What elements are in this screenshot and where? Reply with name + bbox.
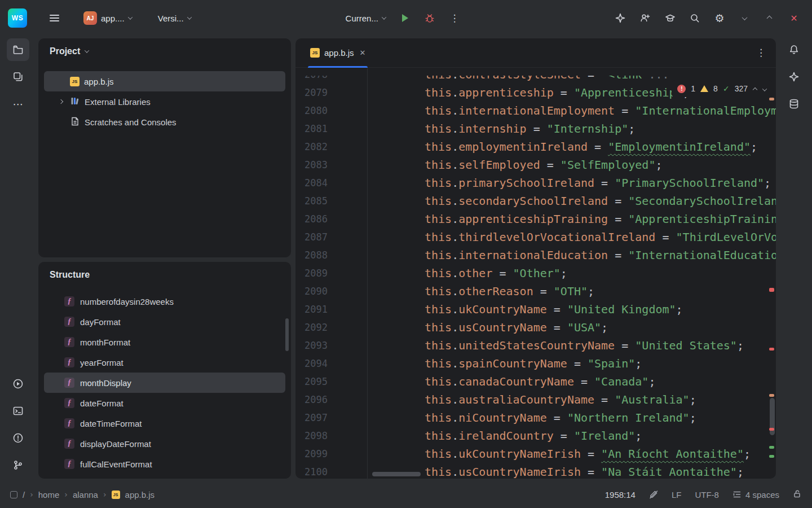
line-number[interactable]: 2079 bbox=[304, 84, 328, 102]
ai-assistant-button[interactable] bbox=[610, 8, 630, 28]
structure-item[interactable]: ƒmonthFormat bbox=[44, 332, 285, 352]
tree-row[interactable]: JSapp.b.js bbox=[44, 71, 285, 91]
breadcrumb-root[interactable]: / bbox=[23, 490, 25, 500]
tree-row[interactable]: Scratches and Consoles bbox=[44, 112, 285, 132]
code-line[interactable]: 2080this.internationalEmployment = "Inte… bbox=[295, 102, 776, 120]
line-number[interactable]: 2096 bbox=[304, 391, 328, 409]
line-number[interactable]: 2099 bbox=[304, 445, 328, 463]
notifications-button[interactable] bbox=[783, 38, 805, 61]
terminal-tool-button[interactable] bbox=[7, 400, 29, 422]
code-line[interactable]: 2089this.other = "Other"; bbox=[295, 264, 776, 282]
run-configuration-widget[interactable]: Curren... bbox=[341, 8, 390, 28]
code-line[interactable]: 2084this.primarySchoolIreland = "Primary… bbox=[295, 174, 776, 192]
line-number[interactable]: 2087 bbox=[304, 228, 328, 246]
line-number[interactable]: 2082 bbox=[304, 138, 328, 156]
learn-button[interactable] bbox=[660, 8, 680, 28]
problems-tool-button[interactable] bbox=[7, 427, 29, 449]
tab-options-button[interactable]: ⋮ bbox=[756, 47, 766, 58]
next-problem-button[interactable] bbox=[762, 84, 767, 93]
breadcrumb-root-icon[interactable] bbox=[10, 491, 17, 498]
version-control-tool-button[interactable] bbox=[7, 454, 29, 476]
structure-item[interactable]: ƒdayFormat bbox=[44, 312, 285, 332]
line-number[interactable]: 2086 bbox=[304, 210, 328, 228]
code-line[interactable]: 2098this.irelandCountry = "Ireland"; bbox=[295, 427, 776, 445]
search-everywhere-button[interactable] bbox=[685, 8, 705, 28]
line-number[interactable]: 2081 bbox=[304, 120, 328, 138]
encoding-widget[interactable]: UTF-8 bbox=[695, 490, 719, 500]
stripe-mark[interactable] bbox=[769, 428, 774, 431]
code-line[interactable]: 2093this.unitedStatesCountryName = "Unit… bbox=[295, 336, 776, 354]
editor-horizontal-scrollbar[interactable] bbox=[372, 472, 421, 476]
code-line[interactable]: 2091this.ukCountryName = "United Kingdom… bbox=[295, 300, 776, 318]
more-tools-button[interactable]: ⋯ bbox=[7, 93, 29, 115]
tree-row[interactable]: External Libraries bbox=[44, 91, 285, 112]
inspections-widget[interactable]: ! 1 8 ✓ 327 bbox=[672, 80, 773, 97]
code-line[interactable]: 2082this.employmentinIreland = "Employme… bbox=[295, 138, 776, 156]
line-number[interactable]: 2098 bbox=[304, 427, 328, 445]
line-number[interactable]: 2093 bbox=[304, 336, 328, 354]
ai-assistant-tool-button[interactable] bbox=[783, 65, 805, 88]
code-line[interactable]: 2083this.selfEmployed = "SelfEmployed"; bbox=[295, 156, 776, 174]
line-number[interactable]: 2080 bbox=[304, 102, 328, 120]
stripe-mark[interactable] bbox=[769, 98, 774, 100]
project-panel-header[interactable]: Project bbox=[38, 38, 291, 64]
editor-tab-app-b-js[interactable]: JS app.b.js ✕ bbox=[304, 38, 371, 68]
code-line[interactable]: 2095this.canadaCountryName = "Canada"; bbox=[295, 373, 776, 391]
caret-position-widget[interactable]: 1958:14 bbox=[605, 490, 636, 500]
run-button[interactable] bbox=[395, 8, 415, 28]
database-tool-button[interactable] bbox=[783, 93, 805, 115]
stripe-mark[interactable] bbox=[769, 455, 774, 458]
code-line[interactable]: 2085this.secondarySchoolIreland = "Secon… bbox=[295, 192, 776, 210]
vcs-widget[interactable]: Versi... bbox=[153, 8, 196, 28]
stripe-mark[interactable] bbox=[769, 394, 774, 397]
line-number[interactable]: 2097 bbox=[304, 409, 328, 427]
tab-close-icon[interactable]: ✕ bbox=[360, 49, 366, 57]
line-number[interactable]: 2088 bbox=[304, 246, 328, 264]
structure-item[interactable]: ƒnumberofdaysin28weeks bbox=[44, 291, 285, 312]
code-line[interactable]: 2096this.australiaCountryName = "Austral… bbox=[295, 391, 776, 409]
debug-button[interactable] bbox=[420, 8, 440, 28]
line-number[interactable]: 2083 bbox=[304, 156, 328, 174]
tree-chevron-slot[interactable] bbox=[56, 100, 65, 103]
code-with-me-button[interactable] bbox=[635, 8, 655, 28]
structure-item[interactable]: ƒyearFormat bbox=[44, 352, 285, 373]
line-number[interactable]: 2085 bbox=[304, 192, 328, 210]
more-actions-button[interactable]: ⋮ bbox=[444, 8, 465, 28]
structure-panel-header[interactable]: Structure bbox=[38, 262, 291, 288]
structure-item[interactable]: ƒdisplayDateFormat bbox=[44, 433, 285, 454]
toolbar-expand-button[interactable] bbox=[759, 8, 779, 28]
structure-scrollbar[interactable] bbox=[285, 318, 289, 351]
line-number[interactable]: 2090 bbox=[304, 282, 328, 300]
settings-button[interactable]: ⚙ bbox=[709, 8, 730, 28]
main-menu-button[interactable] bbox=[44, 8, 64, 28]
line-number[interactable]: 2089 bbox=[304, 264, 328, 282]
stripe-mark[interactable] bbox=[769, 348, 774, 351]
structure-tool-button[interactable] bbox=[7, 65, 29, 88]
project-widget[interactable]: AJ app.... bbox=[79, 8, 136, 28]
line-number[interactable]: 2091 bbox=[304, 300, 328, 318]
line-number[interactable]: 2094 bbox=[304, 354, 328, 373]
line-number[interactable]: 2084 bbox=[304, 174, 328, 192]
code-line[interactable]: 2081this.internship = "Internship"; bbox=[295, 120, 776, 138]
toolbar-collapse-button[interactable] bbox=[734, 8, 754, 28]
code-editor[interactable]: 2078this.contrastStyleSheet = '<link ...… bbox=[295, 76, 776, 479]
structure-item[interactable]: ƒfullCalEventFormat bbox=[44, 454, 285, 474]
breadcrumb-file[interactable]: app.b.js bbox=[125, 490, 155, 500]
breadcrumb-item[interactable]: home bbox=[38, 490, 60, 500]
code-line[interactable]: 2094this.spainCountryName = "Spain"; bbox=[295, 354, 776, 373]
code-line[interactable]: 2097this.niCountryName = "Northern Irela… bbox=[295, 409, 776, 427]
line-number[interactable]: 2078 bbox=[304, 76, 328, 84]
code-line[interactable]: 2092this.usCountryName = "USA"; bbox=[295, 318, 776, 336]
code-line[interactable]: 2090this.otherReason = "OTH"; bbox=[295, 282, 776, 300]
highlighting-widget[interactable] bbox=[649, 490, 658, 499]
line-separator-widget[interactable]: LF bbox=[672, 490, 682, 500]
services-tool-button[interactable] bbox=[7, 373, 29, 395]
structure-item[interactable]: ƒmonthDisplay bbox=[44, 373, 285, 393]
stripe-mark[interactable] bbox=[769, 446, 774, 449]
previous-problem-button[interactable] bbox=[753, 84, 757, 93]
stripe-mark[interactable] bbox=[769, 288, 774, 292]
file-lock-widget[interactable] bbox=[793, 489, 802, 500]
indent-widget[interactable]: 4 spaces bbox=[732, 490, 779, 500]
structure-item[interactable]: ƒdateFormat bbox=[44, 393, 285, 413]
code-line[interactable]: 2099this.ukCountryNameIrish = "An Ríocht… bbox=[295, 445, 776, 463]
